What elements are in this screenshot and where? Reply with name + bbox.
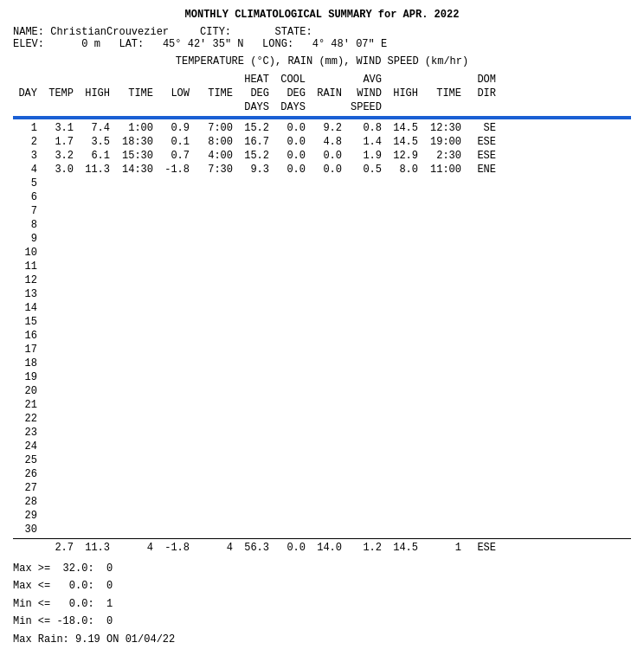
- elev-label: ELEV:: [13, 38, 44, 50]
- cell-day: 13: [13, 288, 37, 300]
- cell-low: [153, 260, 190, 273]
- cell-rain: [306, 330, 342, 342]
- cell-rain: [306, 260, 342, 273]
- cell-low: [153, 496, 190, 508]
- meta-line-2: ELEV: 0 m LAT: 45° 42' 35" N LONG: 4° 48…: [13, 38, 631, 50]
- cell-day: 2: [13, 136, 37, 148]
- cell-rain: [306, 385, 342, 397]
- cell-cool: [269, 357, 306, 369]
- cell-high: [74, 496, 110, 508]
- total-wtime: 1: [418, 542, 461, 554]
- cell-time2: [190, 454, 233, 466]
- cell-low: [153, 399, 190, 411]
- cell-day: 30: [13, 524, 37, 536]
- h3-dir: [461, 101, 496, 113]
- cell-time: [110, 399, 153, 411]
- cell-low: [153, 302, 190, 314]
- cell-mean: [37, 288, 74, 300]
- cell-high: [74, 191, 110, 203]
- table-row: 33.26.115:300.74:0015.20.00.01.912.92:30…: [13, 149, 631, 163]
- long-value: 4° 48' 07" E: [312, 38, 387, 50]
- cell-time2: [190, 371, 233, 383]
- cell-mean: [37, 357, 74, 369]
- cell-time2: [190, 247, 233, 259]
- data-rows-container: 13.17.41:000.97:0015.20.09.20.814.512:30…: [13, 121, 631, 537]
- cell-dir: [461, 510, 496, 522]
- cell-wind: [342, 385, 382, 397]
- cell-rain: 9.2: [306, 122, 342, 134]
- cell-heat: 9.3: [233, 164, 269, 176]
- cell-rain: [306, 357, 342, 369]
- total-low: -1.8: [153, 542, 190, 554]
- stat-min-lte0: Min <= 0.0: 1: [13, 595, 631, 613]
- cell-high: [74, 302, 110, 314]
- cell-high: [74, 247, 110, 259]
- cell-day: 16: [13, 330, 37, 342]
- cell-heat: 15.2: [233, 150, 269, 162]
- cell-low: [153, 413, 190, 425]
- cell-mean: [37, 510, 74, 522]
- cell-whigh: [382, 288, 418, 300]
- cell-high: [74, 454, 110, 466]
- table-container: HEAT COOL AVG DOM DAY TEMP HIGH TIME LOW…: [13, 73, 631, 555]
- cell-high: 3.5: [74, 136, 110, 148]
- cell-dir: [461, 191, 496, 203]
- cell-low: [153, 510, 190, 522]
- cell-wtime: [418, 247, 461, 259]
- cell-cool: [269, 302, 306, 314]
- cell-time: [110, 344, 153, 356]
- cell-cool: [269, 385, 306, 397]
- cell-time2: 4:00: [190, 150, 233, 162]
- cell-heat: [233, 413, 269, 425]
- cell-time: [110, 357, 153, 369]
- cell-cool: [269, 427, 306, 439]
- cell-rain: [306, 344, 342, 356]
- name-value: ChristianCrouvezier: [50, 26, 169, 38]
- cell-time2: [190, 482, 233, 494]
- cell-whigh: [382, 177, 418, 190]
- cell-mean: [37, 330, 74, 342]
- table-row: 13: [13, 287, 631, 301]
- cell-dir: [461, 482, 496, 494]
- cell-cool: [269, 247, 306, 259]
- cell-cool: [269, 316, 306, 328]
- cell-dir: ESE: [461, 150, 496, 162]
- cell-day: 11: [13, 260, 37, 273]
- cell-heat: [233, 510, 269, 522]
- cell-rain: [306, 219, 342, 231]
- cell-high: [74, 482, 110, 494]
- cell-rain: 0.0: [306, 150, 342, 162]
- table-row: 23: [13, 426, 631, 440]
- cell-cool: 0.0: [269, 122, 306, 134]
- cell-wtime: [418, 454, 461, 466]
- cell-rain: [306, 482, 342, 494]
- h1-dir: DOM: [461, 74, 496, 86]
- cell-time: [110, 371, 153, 383]
- cell-dir: [461, 260, 496, 273]
- cell-dir: [461, 274, 496, 286]
- cell-time: [110, 288, 153, 300]
- cell-wind: 0.5: [342, 164, 382, 176]
- cell-whigh: [382, 205, 418, 217]
- cell-day: 22: [13, 413, 37, 425]
- h1-low: [153, 74, 190, 86]
- cell-low: [153, 357, 190, 369]
- cell-whigh: [382, 316, 418, 328]
- table-row: 7: [13, 204, 631, 218]
- cell-whigh: [382, 247, 418, 259]
- cell-whigh: [382, 399, 418, 411]
- h2-dir: DIR: [461, 87, 496, 100]
- cell-mean: [37, 427, 74, 439]
- table-row: 8: [13, 218, 631, 232]
- cell-dir: ENE: [461, 164, 496, 176]
- cell-cool: [269, 344, 306, 356]
- cell-high: [74, 440, 110, 453]
- cell-whigh: 12.9: [382, 150, 418, 162]
- table-row: 29: [13, 509, 631, 523]
- table-row: 11: [13, 260, 631, 273]
- cell-heat: [233, 468, 269, 480]
- cell-day: 12: [13, 274, 37, 286]
- total-time2: 4: [190, 542, 233, 554]
- cell-day: 3: [13, 150, 37, 162]
- cell-day: 28: [13, 496, 37, 508]
